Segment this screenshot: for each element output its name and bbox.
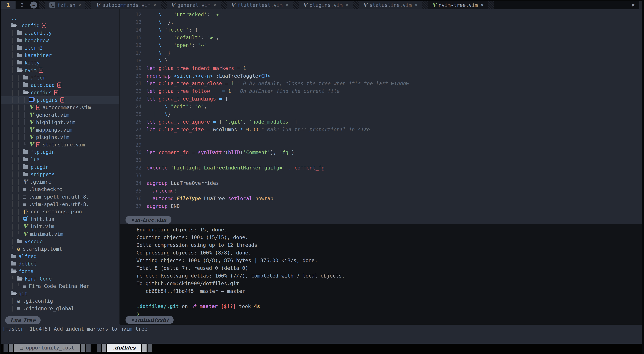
indent-guides: │ xyxy=(11,239,17,245)
tab-close-icon[interactable]: × xyxy=(481,2,484,7)
tree-row-init.vim[interactable]: │ │ Vinit.vim xyxy=(1,223,119,230)
tree-row-FiraCodeRetinaNer[interactable]: │ └ ≡Fira Code Retina Ner xyxy=(1,282,119,290)
code-line[interactable]: 24 │ │ \ "edit": "o", xyxy=(120,103,642,110)
tab-close-icon[interactable]: × xyxy=(214,2,216,7)
tree-item-label: .gvimrc xyxy=(30,179,51,185)
code-line[interactable]: 26let g:lua_tree_ignore = [ '.git', 'nod… xyxy=(120,118,642,126)
code-line[interactable]: 35 autocmd! xyxy=(120,187,642,195)
tree-item-label: nvim xyxy=(24,67,36,73)
tree-row-autocommands.vim[interactable]: │ │ │ V+autocommands.vim xyxy=(1,104,119,111)
tree-row-git[interactable]: git xyxy=(1,290,119,297)
code-line[interactable]: 13 │ \ }, xyxy=(120,18,642,26)
tab-close-icon[interactable]: × xyxy=(154,2,156,7)
back-circle-icon[interactable]: ← xyxy=(30,1,37,8)
icon-wrap: ≡ xyxy=(17,305,20,312)
tree-row-.vim-spell-en.utf-8.[interactable]: │ │ ≡.vim-spell-en.utf-8. xyxy=(1,193,119,201)
tmux-window-1[interactable]: □ opportunity_cost xyxy=(4,344,92,352)
tree-row-snippets[interactable]: │ │ snippets xyxy=(1,171,119,178)
code-line[interactable]: 34augroup LuaTreeOverrides xyxy=(120,179,642,187)
tree-row-kitty[interactable]: │ kitty xyxy=(1,59,119,67)
tab-close-icon[interactable]: × xyxy=(415,2,418,7)
vim-icon: V xyxy=(171,2,175,8)
tree-row-plugin[interactable]: │ │ plugin xyxy=(1,163,119,171)
icon-wrap xyxy=(23,90,28,95)
code-line[interactable]: 23let g:lua_tree_bindings = { xyxy=(120,95,642,103)
tree-row-alacritty[interactable]: │ alacritty xyxy=(1,29,119,37)
tree-row-.vim-spell-en.utf-8.[interactable]: │ │ ≡.vim-spell-en.utf-8. xyxy=(1,201,119,208)
tab-close-icon[interactable]: × xyxy=(78,2,81,7)
tree-row-highlight.vim[interactable]: │ │ │ Vhighlight.vim xyxy=(1,119,119,126)
code-line[interactable]: 15 │ \ 'default': "▰", xyxy=(120,34,642,41)
tree-row-starship.toml[interactable]: └ ⚙starship.toml xyxy=(1,245,119,253)
tab-close-icon[interactable]: × xyxy=(286,2,288,7)
code-line[interactable]: 18 │ \ } xyxy=(120,57,642,64)
code-line[interactable]: 20nnoremap <silent><c-n> :LuaTreeToggle<… xyxy=(120,72,642,80)
tree-row-ftplugin[interactable]: │ │ ftplugin xyxy=(1,148,119,156)
code-line[interactable]: 14 │ \ 'folder': { xyxy=(120,26,642,34)
tree-row-FiraCode[interactable]: └ Fira Code xyxy=(1,275,119,283)
tree-row-mappings.vim[interactable]: │ │ │ Vmappings.vim xyxy=(1,126,119,134)
tree-row-dotbot[interactable]: dotbot xyxy=(1,260,119,268)
tab-plugins.vim[interactable]: Vplugins.vim× xyxy=(298,1,352,9)
terminal-line: To github.com:Akin909/dotfiles.git xyxy=(136,280,642,287)
tree-row-.gvimrc[interactable]: │ │ V.gvimrc xyxy=(1,178,119,186)
code-line[interactable]: 17 │ \ } xyxy=(120,49,642,57)
tree-row-general.vim[interactable]: │ │ │ Vgeneral.vim xyxy=(1,111,119,119)
tree-row-configs[interactable]: │ │ configs+ xyxy=(1,89,119,96)
code-line[interactable]: 31 xyxy=(120,156,642,164)
tab-number-2[interactable]: 2 xyxy=(16,1,28,9)
code-line[interactable]: 36 autocmd FileType LuaTree setlocal now… xyxy=(120,195,642,202)
code-text: let g:lua_tree_indent_markers = 1 xyxy=(146,65,246,71)
code-line[interactable]: 22let g:lua_tree_follow = 1 " On bufEnte… xyxy=(120,87,642,95)
tree-row-nvim[interactable]: │ nvim+ xyxy=(1,66,119,74)
tab-nvim-tree.vim[interactable]: Vnvim-tree.vim× xyxy=(428,1,488,9)
tree-row-lua[interactable]: │ │ lua xyxy=(1,156,119,163)
tree-row-plugins[interactable]: │ │ │ plugins+ xyxy=(1,96,119,104)
tab-number-1[interactable]: 1 xyxy=(1,1,16,9)
tab-autocommands.vim[interactable]: Vautocommands.vim× xyxy=(92,1,160,9)
tree-row-after[interactable]: │ │ after xyxy=(1,74,119,81)
tree-row-karabiner[interactable]: │ karabiner xyxy=(1,52,119,59)
tree-row-minimal.vim[interactable]: │ └ Vminimal.vim xyxy=(1,230,119,238)
code-line[interactable]: 33 xyxy=(120,172,642,179)
terminal-pane[interactable]: Enumerating objects: 15, done.Counting o… xyxy=(120,224,642,325)
code-line[interactable]: 16 │ \ 'open': "▱" xyxy=(120,41,642,49)
editor-pane[interactable]: 12 │ \ 'untracked': "★"13 │ \ },14 │ \ '… xyxy=(120,9,642,224)
code-line[interactable]: 37augroup END xyxy=(120,202,642,210)
code-line[interactable]: 32execute 'highlight LuaTreeIndentMarker… xyxy=(120,164,642,172)
code-line[interactable]: 28 xyxy=(120,133,642,141)
tree-row-alfred[interactable]: alfred xyxy=(1,253,119,260)
tab-fzf.sh[interactable]: ❯_fzf.sh× xyxy=(45,1,86,9)
tree-row-plugins.vim[interactable]: │ │ │ Vplugins.vim xyxy=(1,134,119,141)
tree-row-.luacheckrc[interactable]: │ │ ≡.luacheckrc xyxy=(1,186,119,193)
tree-row-init.lua[interactable]: │ │ init.lua xyxy=(1,215,119,223)
tree-row-vscode[interactable]: │ vscode xyxy=(1,238,119,245)
close-all-icon[interactable]: ✖ xyxy=(631,2,635,8)
tree-row-.gitconfig[interactable]: │ ⚙.gitconfig xyxy=(1,297,119,305)
tmux-window-2[interactable]: .dotfiles xyxy=(96,344,153,352)
tree-row-coc-settings.json[interactable]: │ │ {}coc-settings.json xyxy=(1,208,119,215)
tree-row-autoload[interactable]: │ │ autoload+ xyxy=(1,81,119,89)
tree-row-..[interactable]: .. xyxy=(1,14,119,22)
tree-row-iterm2[interactable]: │ iterm2 xyxy=(1,44,119,52)
tab-close-icon[interactable]: × xyxy=(346,2,348,7)
code-line[interactable]: 25 │ │ \} xyxy=(120,110,642,118)
code-line[interactable]: 21let g:lua_tree_auto_close = 1 " 0 by d… xyxy=(120,80,642,87)
tree-row-homebrew[interactable]: │ homebrew xyxy=(1,37,119,44)
tmux-window-label[interactable]: □ opportunity_cost xyxy=(14,344,80,352)
tab-general.vim[interactable]: Vgeneral.vim× xyxy=(166,1,220,9)
tree-row-fonts[interactable]: fonts xyxy=(1,268,119,275)
code-line[interactable]: 30let comment_fg = synIDattr(hlID('Comme… xyxy=(120,149,642,156)
code-line[interactable]: 27let g:lua_tree_size = &columns * 0.33 … xyxy=(120,126,642,133)
terminal-line: Delta compression using up to 12 threads xyxy=(136,241,642,249)
code-line[interactable]: 19let g:lua_tree_indent_markers = 1 xyxy=(120,64,642,72)
tree-row-.config[interactable]: .config+ xyxy=(1,22,119,29)
tree-row-statusline.vim[interactable]: │ │ └ V+statusline.vim xyxy=(1,141,119,148)
tmux-window-label[interactable]: .dotfiles xyxy=(107,344,141,352)
code-buffer[interactable]: 12 │ \ 'untracked': "★"13 │ \ },14 │ \ '… xyxy=(120,11,642,210)
code-line[interactable]: 12 │ \ 'untracked': "★" xyxy=(120,11,642,18)
code-line[interactable]: 29 xyxy=(120,141,642,149)
tree-row-.gitignoreglobal[interactable]: │ ≡.gitignore_global xyxy=(1,305,119,312)
tab-statusline.vim[interactable]: Vstatusline.vim× xyxy=(358,1,422,9)
tab-fluttertest.vim[interactable]: Vfluttertest.vim× xyxy=(226,1,292,9)
